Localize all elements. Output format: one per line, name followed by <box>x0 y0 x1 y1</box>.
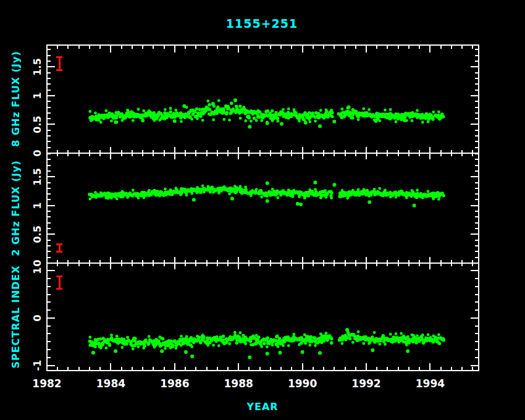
data-point-outlier <box>374 119 378 123</box>
y-axis-title-8ghz: 8 GHz FLUX (Jy) <box>10 51 22 147</box>
data-point-outlier <box>347 106 351 109</box>
y-tick-label: 0 <box>32 149 43 156</box>
data-point-outlier <box>266 199 269 203</box>
data-point-outlier <box>211 102 215 106</box>
data-point-outlier <box>192 198 196 202</box>
x-tick-label: 1984 <box>96 377 125 390</box>
data-point-outlier <box>413 204 416 208</box>
data-point-outlier <box>368 200 371 204</box>
data-point-outlier <box>266 182 269 185</box>
y-tick-label: 1 <box>32 92 43 99</box>
y-tick-label: 0.5 <box>32 116 43 133</box>
data-point-outlier <box>91 351 95 355</box>
panel-frame-1 <box>47 153 479 263</box>
axis-ticks <box>47 45 479 371</box>
y-tick-label: 1 <box>32 202 43 209</box>
data-point-outlier <box>301 350 304 354</box>
data-point-outlier <box>304 121 308 125</box>
series-points-0 <box>88 98 445 128</box>
data-point-outlier <box>184 350 188 354</box>
data-point-outlier <box>114 350 117 353</box>
data-point-outlier <box>403 119 406 122</box>
panel-frames <box>47 45 479 371</box>
data-point-outlier <box>313 181 317 185</box>
y-tick-labels: 00.511.500.511.5-101 <box>32 58 43 371</box>
data-point-outlier <box>141 119 145 122</box>
error-bar-panel-2 <box>56 276 62 288</box>
data-point-outlier <box>266 351 269 355</box>
light-curve-chart: 1155+251 1982198419861988199019921994 00… <box>0 0 525 420</box>
y-tick-label: 0 <box>32 314 43 321</box>
error-bar-panel-1 <box>56 244 62 251</box>
y-tick-label: 1.5 <box>32 168 43 185</box>
data-point-outlier <box>280 122 284 126</box>
x-tick-label: 1992 <box>351 377 380 390</box>
data-point-outlier <box>190 355 194 358</box>
data-point-outlier <box>182 104 186 108</box>
x-tick-label: 1988 <box>224 377 253 390</box>
data-point-outlier <box>278 351 282 355</box>
y-tick-label: -1 <box>32 360 43 371</box>
data-point-outlier <box>248 356 251 359</box>
x-tick-label: 1994 <box>416 377 445 390</box>
panel-frame-2 <box>47 263 479 371</box>
data-point-outlier <box>406 350 410 353</box>
panel-frame-0 <box>47 45 479 153</box>
data-point-outlier <box>266 122 269 125</box>
y-tick-label: 0 <box>32 259 43 266</box>
error-bar-panel-0 <box>56 57 62 70</box>
data-point-outlier <box>248 125 251 128</box>
data-point-outlier <box>296 202 300 206</box>
data-point-outlier <box>114 120 117 124</box>
y-tick-label: 0.5 <box>32 225 43 243</box>
series-points-1 <box>88 181 445 208</box>
y-tick-label: 1.5 <box>32 58 43 75</box>
data-point-outlier <box>332 183 336 187</box>
data-point-outlier <box>318 124 322 128</box>
data-point-outlier <box>160 350 164 353</box>
light-curve-plot: 1155+251 1982198419861988199019921994 00… <box>0 0 525 420</box>
x-axis-title: YEAR <box>246 401 278 413</box>
data-point-outlier <box>173 119 177 123</box>
data-point-outlier <box>318 351 322 355</box>
data-point-outlier <box>345 328 349 332</box>
y-tick-label: 1 <box>32 267 43 274</box>
error-bars <box>56 57 62 289</box>
data-point-outlier <box>230 197 234 201</box>
data-point-outlier <box>233 98 237 102</box>
data-point-outlier <box>299 203 303 206</box>
plot-title: 1155+251 <box>226 17 298 30</box>
data-points <box>88 98 445 359</box>
series-points-2 <box>88 328 445 359</box>
y-axis-title-2ghz: 2 GHz FLUX (Jy) <box>10 160 22 256</box>
data-point-outlier <box>332 120 336 124</box>
x-tick-label: 1982 <box>32 377 61 390</box>
data-point-outlier <box>371 348 374 352</box>
x-tick-label: 1990 <box>288 377 317 390</box>
x-tick-labels: 1982198419861988199019921994 <box>32 377 445 390</box>
x-tick-label: 1986 <box>160 377 189 390</box>
y-axis-title-spectral-index: SPECTRAL INDEX <box>10 265 22 368</box>
